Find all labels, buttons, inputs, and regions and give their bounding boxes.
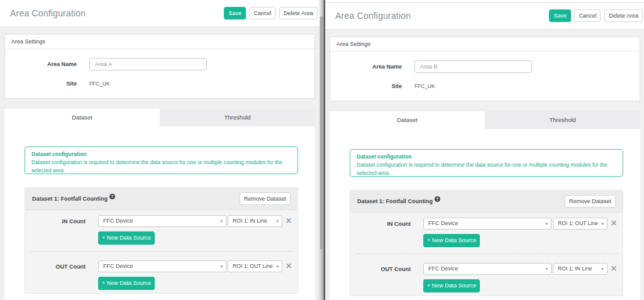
new-data-source-button[interactable]: + New Data Source [423,279,480,292]
roi-select[interactable]: ROI 1: OUT Line ▾ [553,218,608,230]
dataset-info-box: Dataset configuration Dataset configurat… [25,147,298,174]
roi-select[interactable]: ROI 1: IN Line ▾ [228,215,282,227]
data-source-selects: FFC Device ▾ ROI 1: IN Line ▾ ✕ [423,263,617,275]
out-count-row: OUT Count FFC Device ▾ ROI 1: OUT Line [25,252,297,293]
dataset-card-header: Dataset 1: Footfall Counting ? Remove Da… [350,191,623,213]
dataset-card: Dataset 1: Footfall Counting ? Remove Da… [25,187,298,294]
new-data-source-button[interactable]: + New Data Source [423,234,480,247]
tab-threshold[interactable]: Threshold [485,111,640,129]
tab-dataset[interactable]: Dataset [4,109,160,126]
page-body: Area Settings Area Name Site FFC_UK [0,27,324,300]
cancel-button[interactable]: Cancel [574,9,601,22]
delete-area-button[interactable]: Delete Area [604,9,643,22]
save-button[interactable]: Save [224,7,246,19]
in-count-row: IN Count FFC Device ▾ ROI 1: OUT Line [350,213,623,253]
info-box-title: Dataset configuration [31,151,291,158]
site-row: Site FFC_UK [11,81,308,87]
roi-select[interactable]: ROI 1: OUT Line ▾ [228,260,282,272]
area-name-input[interactable] [414,60,532,73]
page-header: Area Configuration Save Cancel Delete Ar… [325,3,644,30]
new-data-source-button[interactable]: + New Data Source [98,277,155,290]
split-view: Area Configuration Save Cancel Delete Ar… [0,0,644,300]
page-title: Area Configuration [10,8,224,18]
device-select[interactable]: FFC Device ▾ [98,215,226,227]
area-settings-card: Area Settings Area Name Site FFC_UK [4,34,315,99]
dataset-info-box: Dataset configuration Dataset configurat… [350,149,623,177]
chevron-down-icon: ▾ [276,261,279,272]
area-name-label: Area Name [336,64,402,70]
tab-content-dataset: Dataset configuration Dataset configurat… [4,126,315,300]
site-row: Site FFC_UK [336,83,633,89]
header-actions: Save Cancel Delete Area [224,7,318,19]
remove-source-icon[interactable]: ✕ [286,260,292,272]
area-settings-card: Area Settings Area Name Site FFC_UK [330,36,640,101]
page-area-a: Area Configuration Save Cancel Delete Ar… [0,0,324,300]
out-count-label: OUT Count [32,260,86,270]
area-settings-heading: Area Settings [5,35,314,49]
save-button[interactable]: Save [549,9,571,22]
area-name-input-wrap [414,60,532,73]
device-select[interactable]: FFC Device ▾ [423,218,552,230]
dataset-card: Dataset 1: Footfall Counting ? Remove Da… [350,190,623,296]
page-area-b: Area Configuration Save Cancel Delete Ar… [325,3,644,300]
data-source-controls: FFC Device ▾ ROI 1: OUT Line ▾ ✕ [98,260,292,290]
dataset-card-header: Dataset 1: Footfall Counting ? Remove Da… [25,188,297,210]
header-actions: Save Cancel Delete Area [549,9,643,22]
data-source-controls: FFC Device ▾ ROI 1: IN Line ▾ ✕ [423,263,617,292]
page-header: Area Configuration Save Cancel Delete Ar… [0,0,324,27]
remove-source-icon[interactable]: ✕ [611,263,617,275]
new-data-source-button[interactable]: + New Data Source [98,231,155,245]
page-title: Area Configuration [335,11,549,21]
chevron-down-icon: ▾ [276,216,279,226]
remove-dataset-button[interactable]: Remove Dataset [565,195,616,208]
panel-divider [324,0,325,300]
area-settings-body: Area Name Site FFC_UK [5,49,314,98]
data-source-controls: FFC Device ▾ ROI 1: OUT Line ▾ ✕ [423,218,617,247]
chevron-down-icon: ▾ [220,261,223,272]
info-box-text: Dataset configuration is required to det… [31,158,291,174]
info-box-title: Dataset configuration [357,153,616,160]
page-body: Area Settings Area Name Site FFC_UK [325,30,644,300]
delete-area-button[interactable]: Delete Area [279,7,318,19]
dataset-card-title: Dataset 1: Footfall Counting [357,198,433,204]
chevron-down-icon: ▾ [545,218,548,229]
remove-source-icon[interactable]: ✕ [286,215,292,227]
area-name-row: Area Name [11,58,308,70]
tab-dataset[interactable]: Dataset [330,111,485,129]
site-label: Site [336,83,402,89]
device-select[interactable]: FFC Device ▾ [423,263,552,275]
tab-threshold[interactable]: Threshold [160,109,315,126]
tab-content-dataset: Dataset configuration Dataset configurat… [330,129,640,300]
data-source-selects: FFC Device ▾ ROI 1: IN Line ▾ ✕ [98,215,292,227]
data-source-controls: FFC Device ▾ ROI 1: IN Line ▾ ✕ [98,215,292,245]
help-icon[interactable]: ? [109,194,115,199]
in-count-label: IN Count [357,218,411,227]
site-label: Site [11,81,77,87]
in-count-label: IN Count [32,215,86,225]
panel-area-a: Area Configuration Save Cancel Delete Ar… [0,0,324,300]
in-count-row: IN Count FFC Device ▾ ROI 1: IN Line [25,210,297,251]
device-select[interactable]: FFC Device ▾ [98,260,226,272]
data-source-selects: FFC Device ▾ ROI 1: OUT Line ▾ ✕ [98,260,292,272]
tabs: Dataset Threshold [4,109,315,126]
scrollbar[interactable] [318,0,324,300]
data-source-selects: FFC Device ▾ ROI 1: OUT Line ▾ ✕ [423,218,617,230]
help-icon[interactable]: ? [435,196,440,202]
chevron-down-icon: ▾ [545,264,548,274]
area-name-input[interactable] [89,58,207,70]
roi-select[interactable]: ROI 1: IN Line ▾ [553,263,608,275]
out-count-row: OUT Count FFC Device ▾ ROI 1: IN Line [350,254,623,296]
site-value: FFC_UK [414,83,435,89]
remove-dataset-button[interactable]: Remove Dataset [240,192,291,205]
cancel-button[interactable]: Cancel [249,7,275,19]
panel-area-b: Area Configuration Save Cancel Delete Ar… [325,0,644,300]
chevron-down-icon: ▾ [601,218,604,229]
area-name-label: Area Name [11,61,77,67]
out-count-label: OUT Count [357,263,411,272]
chevron-down-icon: ▾ [601,264,604,274]
remove-source-icon[interactable]: ✕ [611,218,617,230]
area-name-input-wrap [89,58,207,70]
chevron-down-icon: ▾ [220,216,223,226]
area-settings-heading: Area Settings [330,37,640,52]
tabs: Dataset Threshold [330,111,640,129]
